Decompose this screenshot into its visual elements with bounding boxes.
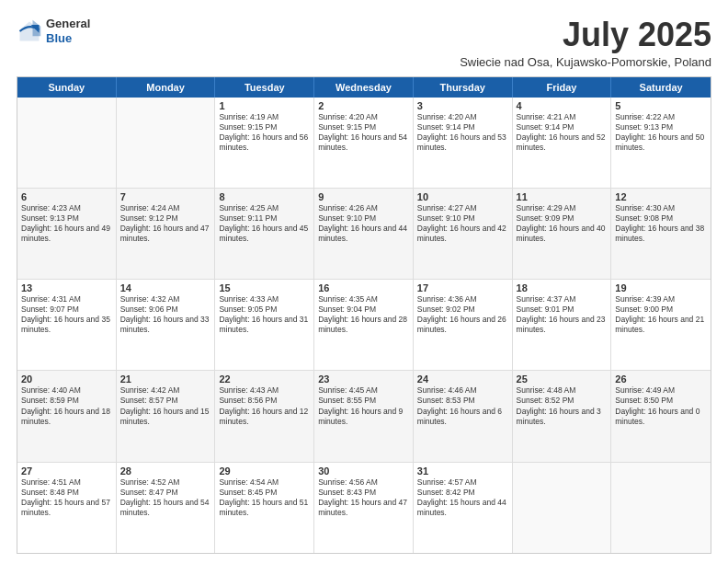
calendar-cell: 17Sunrise: 4:36 AM Sunset: 9:02 PM Dayli…	[414, 280, 513, 370]
day-number: 3	[417, 100, 508, 111]
day-number: 16	[318, 282, 409, 293]
calendar: Sunday Monday Tuesday Wednesday Thursday…	[17, 76, 711, 554]
calendar-cell: 7Sunrise: 4:24 AM Sunset: 9:12 PM Daylig…	[117, 189, 216, 279]
cell-info: Sunrise: 4:21 AM Sunset: 9:14 PM Dayligh…	[517, 112, 608, 153]
day-number: 15	[219, 282, 310, 293]
day-number: 22	[219, 373, 310, 385]
cell-info: Sunrise: 4:46 AM Sunset: 8:53 PM Dayligh…	[417, 385, 508, 426]
cell-info: Sunrise: 4:19 AM Sunset: 9:15 PM Dayligh…	[219, 112, 310, 153]
calendar-week-3: 20Sunrise: 4:40 AM Sunset: 8:59 PM Dayli…	[17, 371, 711, 462]
day-number: 5	[615, 100, 707, 111]
day-number: 12	[615, 191, 707, 202]
col-sunday: Sunday	[17, 77, 117, 98]
calendar-cell: 15Sunrise: 4:33 AM Sunset: 9:05 PM Dayli…	[215, 280, 314, 370]
calendar-cell: 23Sunrise: 4:45 AM Sunset: 8:55 PM Dayli…	[314, 371, 414, 461]
cell-info: Sunrise: 4:32 AM Sunset: 9:06 PM Dayligh…	[120, 294, 211, 335]
calendar-cell: 1Sunrise: 4:19 AM Sunset: 9:15 PM Daylig…	[215, 98, 314, 188]
day-number: 28	[120, 465, 211, 477]
calendar-cell: 24Sunrise: 4:46 AM Sunset: 8:53 PM Dayli…	[414, 371, 513, 461]
calendar-cell: 30Sunrise: 4:56 AM Sunset: 8:43 PM Dayli…	[314, 463, 414, 553]
day-number: 10	[417, 191, 508, 202]
logo-icon	[17, 18, 42, 44]
cell-info: Sunrise: 4:42 AM Sunset: 8:57 PM Dayligh…	[120, 385, 211, 426]
cell-info: Sunrise: 4:39 AM Sunset: 9:00 PM Dayligh…	[615, 294, 707, 335]
location: Swiecie nad Osa, Kujawsko-Pomorskie, Pol…	[460, 55, 711, 69]
calendar-cell: 27Sunrise: 4:51 AM Sunset: 8:48 PM Dayli…	[17, 463, 117, 553]
calendar-cell: 21Sunrise: 4:42 AM Sunset: 8:57 PM Dayli…	[117, 371, 216, 461]
logo: General Blue	[17, 17, 90, 45]
calendar-cell: 28Sunrise: 4:52 AM Sunset: 8:47 PM Dayli…	[117, 463, 216, 553]
day-number: 6	[21, 191, 112, 202]
day-number: 26	[615, 373, 707, 385]
cell-info: Sunrise: 4:56 AM Sunset: 8:43 PM Dayligh…	[318, 477, 409, 518]
cell-info: Sunrise: 4:25 AM Sunset: 9:11 PM Dayligh…	[219, 203, 310, 244]
cell-info: Sunrise: 4:51 AM Sunset: 8:48 PM Dayligh…	[21, 477, 112, 518]
cell-info: Sunrise: 4:36 AM Sunset: 9:02 PM Dayligh…	[417, 294, 508, 335]
day-number: 31	[417, 465, 508, 477]
calendar-cell: 3Sunrise: 4:20 AM Sunset: 9:14 PM Daylig…	[414, 98, 513, 188]
calendar-cell: 31Sunrise: 4:57 AM Sunset: 8:42 PM Dayli…	[414, 463, 513, 553]
calendar-cell: 26Sunrise: 4:49 AM Sunset: 8:50 PM Dayli…	[611, 371, 711, 461]
col-wednesday: Wednesday	[314, 77, 414, 98]
cell-info: Sunrise: 4:49 AM Sunset: 8:50 PM Dayligh…	[615, 385, 707, 426]
day-number: 18	[517, 282, 608, 293]
col-tuesday: Tuesday	[215, 77, 314, 98]
day-number: 30	[318, 465, 409, 477]
cell-info: Sunrise: 4:24 AM Sunset: 9:12 PM Dayligh…	[120, 203, 211, 244]
day-number: 11	[517, 191, 608, 202]
cell-info: Sunrise: 4:20 AM Sunset: 9:15 PM Dayligh…	[318, 112, 409, 153]
cell-info: Sunrise: 4:48 AM Sunset: 8:52 PM Dayligh…	[517, 385, 608, 426]
cell-info: Sunrise: 4:43 AM Sunset: 8:56 PM Dayligh…	[219, 385, 310, 426]
logo-text: General Blue	[46, 17, 90, 45]
cell-info: Sunrise: 4:27 AM Sunset: 9:10 PM Dayligh…	[417, 203, 508, 244]
calendar-cell: 5Sunrise: 4:22 AM Sunset: 9:13 PM Daylig…	[611, 98, 711, 188]
cell-info: Sunrise: 4:31 AM Sunset: 9:07 PM Dayligh…	[21, 294, 112, 335]
calendar-cell: 8Sunrise: 4:25 AM Sunset: 9:11 PM Daylig…	[215, 189, 314, 279]
day-number: 13	[21, 282, 112, 293]
logo-blue: Blue	[46, 31, 90, 46]
calendar-cell: 4Sunrise: 4:21 AM Sunset: 9:14 PM Daylig…	[513, 98, 612, 188]
calendar-cell	[117, 98, 216, 188]
col-monday: Monday	[117, 77, 216, 98]
calendar-cell: 10Sunrise: 4:27 AM Sunset: 9:10 PM Dayli…	[414, 189, 513, 279]
calendar-cell: 25Sunrise: 4:48 AM Sunset: 8:52 PM Dayli…	[513, 371, 612, 461]
cell-info: Sunrise: 4:40 AM Sunset: 8:59 PM Dayligh…	[21, 385, 112, 426]
day-number: 17	[417, 282, 508, 293]
day-number: 27	[21, 465, 112, 477]
calendar-header-row: Sunday Monday Tuesday Wednesday Thursday…	[17, 77, 711, 98]
cell-info: Sunrise: 4:29 AM Sunset: 9:09 PM Dayligh…	[517, 203, 608, 244]
cell-info: Sunrise: 4:33 AM Sunset: 9:05 PM Dayligh…	[219, 294, 310, 335]
day-number: 2	[318, 100, 409, 111]
cell-info: Sunrise: 4:54 AM Sunset: 8:45 PM Dayligh…	[219, 477, 310, 518]
calendar-cell: 18Sunrise: 4:37 AM Sunset: 9:01 PM Dayli…	[513, 280, 612, 370]
day-number: 8	[219, 191, 310, 202]
cell-info: Sunrise: 4:35 AM Sunset: 9:04 PM Dayligh…	[318, 294, 409, 335]
calendar-cell: 12Sunrise: 4:30 AM Sunset: 9:08 PM Dayli…	[611, 189, 711, 279]
calendar-week-0: 1Sunrise: 4:19 AM Sunset: 9:15 PM Daylig…	[17, 98, 711, 189]
calendar-cell: 9Sunrise: 4:26 AM Sunset: 9:10 PM Daylig…	[314, 189, 414, 279]
cell-info: Sunrise: 4:57 AM Sunset: 8:42 PM Dayligh…	[417, 477, 508, 518]
calendar-cell	[513, 463, 612, 553]
calendar-cell: 19Sunrise: 4:39 AM Sunset: 9:00 PM Dayli…	[611, 280, 711, 370]
cell-info: Sunrise: 4:45 AM Sunset: 8:55 PM Dayligh…	[318, 385, 409, 426]
day-number: 23	[318, 373, 409, 385]
calendar-cell: 13Sunrise: 4:31 AM Sunset: 9:07 PM Dayli…	[17, 280, 117, 370]
title-block: July 2025 Swiecie nad Osa, Kujawsko-Pomo…	[460, 17, 711, 69]
calendar-cell: 20Sunrise: 4:40 AM Sunset: 8:59 PM Dayli…	[17, 371, 117, 461]
calendar-cell: 6Sunrise: 4:23 AM Sunset: 9:13 PM Daylig…	[17, 189, 117, 279]
cell-info: Sunrise: 4:52 AM Sunset: 8:47 PM Dayligh…	[120, 477, 211, 518]
day-number: 1	[219, 100, 310, 111]
col-friday: Friday	[513, 77, 612, 98]
col-saturday: Saturday	[611, 77, 711, 98]
calendar-week-1: 6Sunrise: 4:23 AM Sunset: 9:13 PM Daylig…	[17, 189, 711, 280]
calendar-cell: 2Sunrise: 4:20 AM Sunset: 9:15 PM Daylig…	[314, 98, 414, 188]
page: General Blue July 2025 Swiecie nad Osa, …	[0, 0, 728, 563]
day-number: 25	[517, 373, 608, 385]
cell-info: Sunrise: 4:37 AM Sunset: 9:01 PM Dayligh…	[517, 294, 608, 335]
day-number: 19	[615, 282, 707, 293]
calendar-week-2: 13Sunrise: 4:31 AM Sunset: 9:07 PM Dayli…	[17, 280, 711, 371]
calendar-cell: 29Sunrise: 4:54 AM Sunset: 8:45 PM Dayli…	[215, 463, 314, 553]
logo-general: General	[46, 17, 90, 31]
day-number: 7	[120, 191, 211, 202]
header: General Blue July 2025 Swiecie nad Osa, …	[17, 17, 711, 69]
